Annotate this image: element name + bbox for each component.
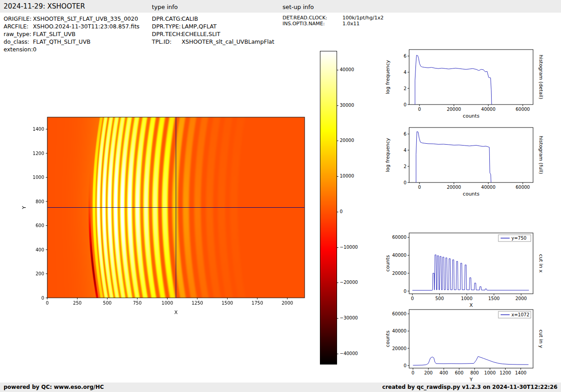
meta-value: 100k/1pt/hg/1x2	[342, 15, 383, 21]
meta-value: ECHELLE,SLIT	[182, 31, 220, 37]
svg-text:0: 0	[41, 296, 44, 301]
meta-label: do_class:	[4, 38, 33, 46]
cut-x-line	[412, 255, 529, 291]
colorbar-tick-mark	[337, 247, 338, 248]
colorbar-tick-label: −20000	[340, 280, 358, 285]
svg-text:1000: 1000	[33, 175, 44, 180]
svg-text:1400: 1400	[33, 127, 44, 132]
svg-text:1250: 1250	[192, 301, 203, 305]
svg-text:200: 200	[424, 370, 433, 375]
svg-text:log frequency: log frequency	[385, 138, 391, 172]
cut-y-line	[413, 356, 529, 365]
svg-text:200: 200	[36, 271, 44, 276]
svg-text:log frequency: log frequency	[385, 60, 391, 94]
svg-text:1200: 1200	[33, 151, 44, 156]
meta-row-arcfile: ARCFILE:XSHOO.2024-11-30T11:23:08.857.fi…	[4, 23, 140, 30]
meta-row-extension: extension:0	[4, 46, 140, 53]
svg-text:1750: 1750	[251, 301, 263, 305]
meta-label: INS.OPTI3.NAME:	[283, 21, 342, 27]
colorbar-tick-mark	[337, 354, 338, 354]
svg-text:1500: 1500	[488, 296, 499, 301]
colorbar-tick-mark	[337, 105, 338, 106]
svg-text:20000: 20000	[392, 271, 406, 276]
svg-text:2000: 2000	[282, 301, 293, 305]
svg-text:1000: 1000	[484, 370, 496, 375]
svg-text:2000: 2000	[515, 296, 527, 301]
svg-text:0: 0	[418, 107, 421, 112]
svg-text:40000: 40000	[481, 107, 496, 112]
setup-info-heading: set-up info	[283, 4, 314, 10]
svg-text:counts: counts	[463, 191, 479, 197]
meta-row-tpl-id: TPL.ID:XSHOOTER_slt_cal_UVBLampFlat	[152, 38, 274, 46]
svg-text:X: X	[470, 302, 473, 308]
svg-text:histogram (detail): histogram (detail)	[538, 55, 544, 100]
footer-powered-by: powered by QC: www.eso.org/HC	[4, 384, 104, 390]
meta-row-origfile: ORIGFILE:XSHOOTER_SLT_FLAT_UVB_335_0020	[4, 15, 140, 23]
cut-y-plot: 0200400600800100012001400020000400006000…	[382, 305, 550, 392]
histogram-detail-plot: 02000040000600000246countslog frequencyh…	[382, 45, 550, 125]
svg-text:1500: 1500	[222, 301, 233, 305]
svg-text:400: 400	[36, 247, 44, 252]
svg-text:Y: Y	[469, 377, 473, 383]
meta-value: FLAT_SLIT_UVB	[33, 31, 76, 37]
svg-text:0: 0	[404, 289, 406, 294]
svg-text:1400: 1400	[515, 370, 526, 375]
histogram-full-plot: 02000040000600000246countslog frequencyh…	[382, 123, 550, 203]
meta-label: ORIGFILE:	[4, 15, 33, 23]
svg-text:60000: 60000	[515, 185, 530, 190]
svg-text:2: 2	[404, 164, 406, 169]
svg-text:counts: counts	[385, 255, 391, 272]
setup-info-block: DET.READ.CLOCK:100k/1pt/hg/1x2 INS.OPTI3…	[283, 15, 383, 27]
colorbar	[320, 51, 337, 365]
colorbar-tick-label: 40000	[340, 67, 354, 72]
colorbar-tick-label: −30000	[340, 315, 358, 320]
svg-text:0: 0	[411, 370, 414, 375]
svg-text:750: 750	[133, 301, 141, 305]
colorbar-tick-mark	[337, 318, 338, 319]
svg-text:cut in x: cut in x	[538, 254, 544, 273]
svg-text:cut in y: cut in y	[538, 330, 544, 348]
qc-report-page: 2024-11-29: XSHOOTER type info set-up in…	[0, 0, 561, 392]
colorbar-tick-label: −10000	[340, 245, 358, 250]
legend-label: x=1072	[511, 312, 529, 317]
meta-value: XSHOO.2024-11-30T11:23:08.857.fits	[33, 23, 140, 30]
svg-text:4: 4	[404, 148, 406, 153]
histogram-detail-line	[415, 55, 492, 105]
svg-text:250: 250	[73, 301, 82, 305]
svg-text:600: 600	[455, 370, 463, 375]
svg-text:60000: 60000	[392, 235, 406, 240]
meta-label: TPL.ID:	[152, 38, 182, 46]
svg-text:60000: 60000	[515, 107, 530, 112]
svg-text:0: 0	[404, 363, 406, 368]
footer-created-by: created by qc_rawdisp.py v1.2.3 on 2024-…	[382, 384, 557, 390]
colorbar-tick-mark	[337, 212, 338, 212]
meta-row-doclass: do_class:FLAT_QTH_SLIT_UVB	[4, 38, 140, 46]
raw-image-heatmap	[47, 117, 305, 298]
colorbar-tick-label: 10000	[340, 173, 354, 178]
colorbar-tick-mark	[337, 141, 338, 141]
svg-text:counts: counts	[385, 330, 391, 347]
colorbar-tick-label: −40000	[340, 351, 358, 356]
colorbar-tick-mark	[337, 70, 338, 70]
svg-text:600: 600	[36, 223, 44, 228]
meta-value: CALIB	[182, 15, 198, 22]
svg-text:6: 6	[404, 54, 406, 59]
meta-value: 1.0x11	[342, 21, 360, 27]
meta-value: XSHOOTER_SLT_FLAT_UVB_335_0020	[33, 15, 138, 22]
svg-text:0: 0	[46, 301, 49, 305]
meta-row-rawtype: raw_type:FLAT_SLIT_UVB	[4, 30, 140, 38]
svg-text:40000: 40000	[481, 185, 496, 190]
file-info-block: ORIGFILE:XSHOOTER_SLT_FLAT_UVB_335_0020 …	[4, 15, 140, 53]
svg-text:500: 500	[103, 301, 112, 305]
histogram-full-line	[416, 132, 491, 182]
colorbar-tick-label: 0	[340, 209, 342, 214]
meta-label: raw_type:	[4, 30, 33, 38]
svg-text:0: 0	[404, 180, 406, 185]
svg-text:40000: 40000	[392, 328, 406, 333]
svg-text:800: 800	[470, 370, 479, 375]
meta-row-opti3-name: INS.OPTI3.NAME:1.0x11	[283, 21, 383, 27]
svg-text:2: 2	[404, 86, 406, 91]
svg-text:1000: 1000	[162, 301, 173, 305]
meta-value: XSHOOTER_slt_cal_UVBLampFlat	[182, 38, 274, 45]
meta-row-dpr-tech: DPR.TECH:ECHELLE,SLIT	[152, 30, 274, 38]
